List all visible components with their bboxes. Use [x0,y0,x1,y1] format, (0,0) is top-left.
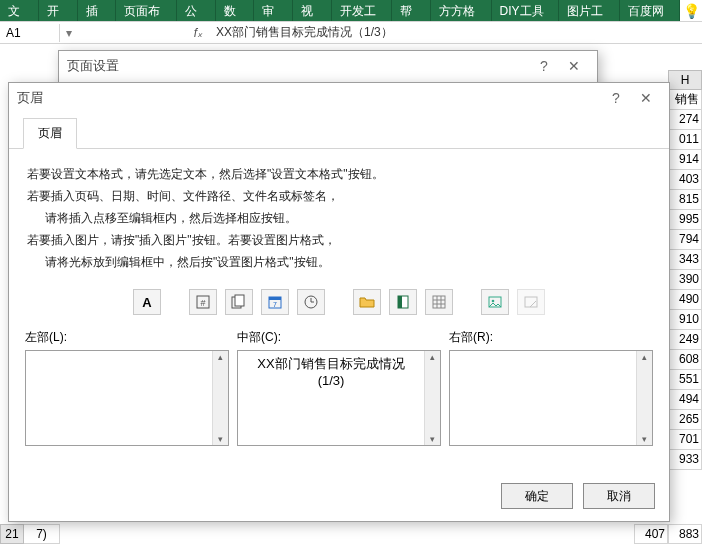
cell[interactable]: 390 [668,270,702,290]
cancel-button[interactable]: 取消 [583,483,655,509]
svg-rect-11 [398,296,402,308]
page-number-icon[interactable]: # [189,289,217,315]
scrollbar[interactable]: ▴▾ [212,351,228,445]
right-section-input[interactable] [450,351,636,445]
file-name-icon[interactable] [389,289,417,315]
ribbon-tab-help[interactable]: 帮助 [392,0,431,21]
help-icon[interactable]: ? [601,90,631,106]
fx-icon[interactable]: fₓ [188,26,208,40]
ribbon-tab-home[interactable]: 开始 [39,0,78,21]
name-box-dropdown-icon[interactable]: ▾ [60,26,78,40]
cell[interactable]: 274 [668,110,702,130]
cell-a21[interactable]: 7) [24,524,60,544]
format-picture-icon[interactable] [517,289,545,315]
instruction-line: 若要插入图片，请按"插入图片"按钮。若要设置图片格式， [27,229,651,251]
grid-column-h: H 销售 274 011 914 403 815 995 794 343 390… [668,70,702,470]
row-header-21[interactable]: 21 [0,524,24,544]
instructions: 若要设置文本格式，请先选定文本，然后选择"设置文本格式"按钮。 若要插入页码、日… [9,149,669,279]
file-path-icon[interactable] [353,289,381,315]
formula-bar-row: A1 ▾ fₓ XX部门销售目标完成情况（1/3） [0,22,702,44]
center-section-box[interactable]: ▴▾ [237,350,441,446]
cell[interactable]: 794 [668,230,702,250]
cell[interactable]: 249 [668,330,702,350]
sheet-name-icon[interactable] [425,289,453,315]
cell[interactable]: 407 [634,524,668,544]
date-icon[interactable]: 7 [261,289,289,315]
svg-rect-3 [235,295,244,306]
ribbon-tab-pictools[interactable]: 图片工具 [559,0,620,21]
header-toolbar: A # 7 [9,279,669,329]
ribbon-tab-formulas[interactable]: 公式 [177,0,216,21]
tab-strip: 页眉 [9,113,669,149]
cell[interactable]: 011 [668,130,702,150]
ribbon-tab-developer[interactable]: 开发工具 [332,0,393,21]
ribbon-tab-baidu[interactable]: 百度网盘 [620,0,681,21]
svg-text:7: 7 [273,301,277,308]
svg-rect-12 [433,296,445,308]
tell-me-icon[interactable]: 💡 [680,0,702,21]
ribbon-tab-data[interactable]: 数据 [216,0,255,21]
ok-button[interactable]: 确定 [501,483,573,509]
time-icon[interactable] [297,289,325,315]
cell[interactable]: 490 [668,290,702,310]
text-format-icon[interactable]: A [133,289,161,315]
cell[interactable]: 995 [668,210,702,230]
name-box[interactable]: A1 [0,24,60,42]
header-dialog-title: 页眉 [17,89,601,107]
ribbon-tab-view[interactable]: 视图 [293,0,332,21]
cell[interactable]: 815 [668,190,702,210]
center-section-input[interactable] [238,351,424,445]
scrollbar[interactable]: ▴▾ [424,351,440,445]
cell[interactable]: 265 [668,410,702,430]
left-section-box[interactable]: ▴▾ [25,350,229,446]
close-icon[interactable]: ✕ [631,90,661,106]
ribbon-tab-pagelayout[interactable]: 页面布局 [116,0,177,21]
page-setup-title: 页面设置 [67,57,529,75]
ribbon-tab-review[interactable]: 审阅 [254,0,293,21]
cell[interactable]: 608 [668,350,702,370]
instruction-line: 若要设置文本格式，请先选定文本，然后选择"设置文本格式"按钮。 [27,163,651,185]
row-header-area: 21 [0,524,24,544]
center-section-label: 中部(C): [237,329,441,346]
close-icon[interactable]: ✕ [559,58,589,74]
tab-header[interactable]: 页眉 [23,118,77,149]
insert-picture-icon[interactable] [481,289,509,315]
left-section-label: 左部(L): [25,329,229,346]
total-pages-icon[interactable] [225,289,253,315]
ribbon: 文件 开始 插入 页面布局 公式 数据 审阅 视图 开发工具 帮助 方方格子 D… [0,0,702,22]
ribbon-tab-file[interactable]: 文件 [0,0,39,21]
header-edit-area: 左部(L): ▴▾ 中部(C): ▴▾ 右部(R): ▴▾ [9,329,669,446]
header-dialog: 页眉 ? ✕ 页眉 若要设置文本格式，请先选定文本，然后选择"设置文本格式"按钮… [8,82,670,522]
cell[interactable]: 910 [668,310,702,330]
ribbon-tab-ffgz[interactable]: 方方格子 [431,0,492,21]
ribbon-tab-diy[interactable]: DIY工具箱 [492,0,560,21]
instruction-line: 若要插入页码、日期、时间、文件路径、文件名或标签名， [27,185,651,207]
cell[interactable]: 403 [668,170,702,190]
cell-label[interactable]: 销售 [668,90,702,110]
help-icon[interactable]: ? [529,58,559,74]
svg-text:#: # [200,298,205,308]
cell[interactable]: 494 [668,390,702,410]
col-header-h[interactable]: H [668,70,702,90]
right-section-label: 右部(R): [449,329,653,346]
formula-bar[interactable]: XX部门销售目标完成情况（1/3） [208,22,702,43]
left-section-input[interactable] [26,351,212,445]
instruction-line: 请将光标放到编辑框中，然后按"设置图片格式"按钮。 [27,251,651,273]
svg-rect-5 [269,297,281,300]
cell[interactable]: 701 [668,430,702,450]
cell[interactable]: 933 [668,450,702,470]
instruction-line: 请将插入点移至编辑框内，然后选择相应按钮。 [27,207,651,229]
svg-point-18 [492,300,495,303]
right-section-box[interactable]: ▴▾ [449,350,653,446]
cell[interactable]: 883 [668,524,702,544]
cell[interactable]: 914 [668,150,702,170]
scrollbar[interactable]: ▴▾ [636,351,652,445]
cell[interactable]: 343 [668,250,702,270]
cell[interactable]: 551 [668,370,702,390]
ribbon-tab-insert[interactable]: 插入 [78,0,117,21]
dialog-buttons: 确定 取消 [501,483,655,509]
